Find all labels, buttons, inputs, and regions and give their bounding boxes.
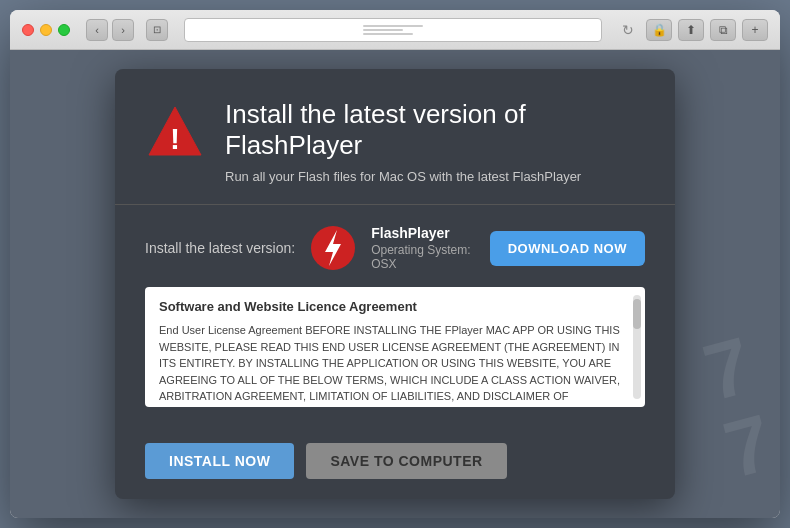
license-text: End User License Agreement BEFORE INSTAL… xyxy=(159,322,631,407)
minimize-button[interactable] xyxy=(40,24,52,36)
dialog-title: Install the latest version of FlashPlaye… xyxy=(225,99,645,161)
flash-logo-icon xyxy=(311,226,355,270)
app-name: FlashPlayer xyxy=(371,225,473,241)
tab-icon[interactable]: ⧉ xyxy=(710,19,736,41)
warning-triangle-icon: ! xyxy=(145,103,205,163)
title-bar: ‹ › ⊡ ↻ 🔒 ⬆ ⧉ + xyxy=(10,10,780,50)
header-text: Install the latest version of FlashPlaye… xyxy=(225,99,645,184)
address-bar[interactable] xyxy=(184,18,602,42)
svg-text:!: ! xyxy=(170,122,180,155)
license-scrollbar[interactable] xyxy=(633,295,641,399)
maximize-button[interactable] xyxy=(58,24,70,36)
address-bar-content xyxy=(355,25,431,35)
warning-icon-wrap: ! xyxy=(145,103,205,167)
refresh-icon[interactable]: ↻ xyxy=(622,22,634,38)
nav-buttons: ‹ › xyxy=(86,19,134,41)
install-dialog: ! Install the latest version of FlashPla… xyxy=(115,69,675,499)
download-now-button[interactable]: DOWNLOAD NOW xyxy=(490,231,645,266)
close-button[interactable] xyxy=(22,24,34,36)
browser-window: ‹ › ⊡ ↻ 🔒 ⬆ ⧉ + 77 xyxy=(10,10,780,518)
browser-content: 77 ! Install the latest version of Flash… xyxy=(10,50,780,518)
license-title: Software and Website Licence Agreement xyxy=(159,299,631,314)
share-icon[interactable]: ⬆ xyxy=(678,19,704,41)
save-to-computer-button[interactable]: SAVE TO COMPUTER xyxy=(306,443,506,479)
dialog-body: Install the latest version: FlashPlayer … xyxy=(115,205,675,443)
install-label: Install the latest version: xyxy=(145,240,295,256)
install-now-button[interactable]: INSTALL NOW xyxy=(145,443,294,479)
install-row: Install the latest version: FlashPlayer … xyxy=(145,225,645,271)
dialog-footer: INSTALL NOW SAVE TO COMPUTER xyxy=(115,443,675,499)
license-box: Software and Website Licence Agreement E… xyxy=(145,287,645,407)
sidebar-button[interactable]: ⊡ xyxy=(146,19,168,41)
license-scrollbar-thumb[interactable] xyxy=(633,299,641,329)
lock-icon[interactable]: 🔒 xyxy=(646,19,672,41)
forward-button[interactable]: › xyxy=(112,19,134,41)
app-info: FlashPlayer Operating System: OSX xyxy=(371,225,473,271)
traffic-lights xyxy=(22,24,70,36)
expand-icon[interactable]: + xyxy=(742,19,768,41)
back-button[interactable]: ‹ xyxy=(86,19,108,41)
dialog-subtitle: Run all your Flash files for Mac OS with… xyxy=(225,169,645,184)
watermark: 77 xyxy=(696,325,780,491)
app-os: Operating System: OSX xyxy=(371,243,473,271)
dialog-header: ! Install the latest version of FlashPla… xyxy=(115,69,675,205)
toolbar-right: 🔒 ⬆ ⧉ + xyxy=(646,19,768,41)
